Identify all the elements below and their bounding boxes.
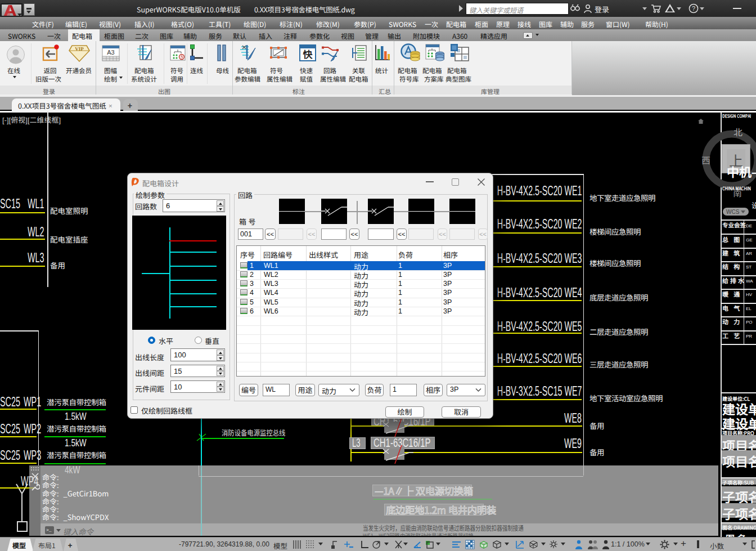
svg-text:?: ?: [692, 5, 695, 12]
svg-text:VIP: VIP: [75, 46, 84, 52]
svg-text:快: 快: [303, 47, 313, 61]
svg-text:A3: A3: [107, 49, 114, 56]
